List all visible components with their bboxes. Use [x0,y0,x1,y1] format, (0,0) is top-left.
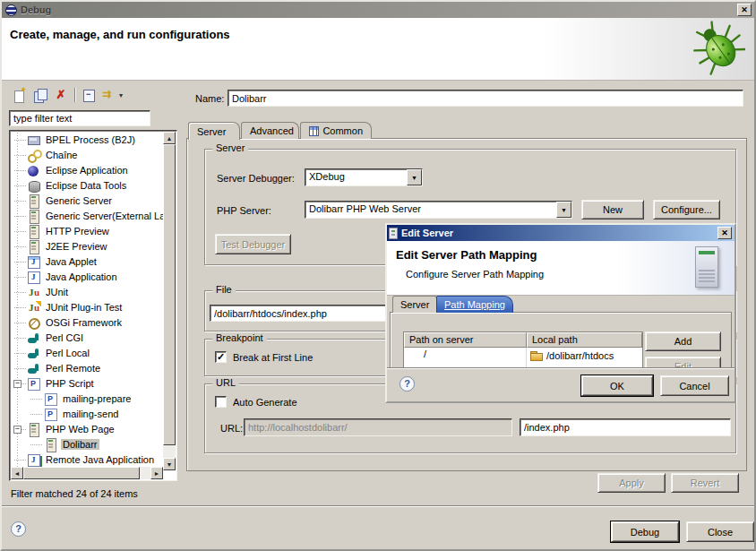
tree-item-perl-local[interactable]: Perl Local [11,346,163,361]
window-titlebar[interactable]: Debug [2,2,754,18]
configure-server-button[interactable]: Configure... [653,200,720,220]
filter-menu-caret-icon[interactable]: ▾ [119,91,123,99]
tree-item-java-application[interactable]: Java Application [11,270,163,285]
tree-item-junit[interactable]: JUnit [11,285,163,300]
tab-server-label: Server [197,126,226,137]
tree-item-mailing-prepare[interactable]: mailing-prepare [11,392,163,407]
php-server-combo[interactable]: Dolibarr PHP Web Server ▼ [305,201,572,219]
scroll-right-icon[interactable]: ► [150,467,163,479]
server-icon [27,240,41,254]
tree-item-j2ee-preview[interactable]: J2EE Preview [11,239,163,254]
tree-item-label: Dolibarr [61,439,99,450]
tree-item-perl-cgi[interactable]: Perl CGI [11,331,163,346]
tree-item-eclipse-application[interactable]: Eclipse Application [11,163,163,178]
table-icon [309,126,319,136]
chevron-down-icon[interactable]: ▼ [407,169,422,185]
break-first-line-checkbox[interactable]: ✓ [215,351,227,363]
dialog-help-icon[interactable]: ? [399,376,415,392]
tree-vertical-scrollbar[interactable]: ▲ ▼ [163,132,176,470]
folder-icon [530,351,543,360]
collapse-expander-icon[interactable]: − [13,426,21,434]
scroll-left-icon[interactable]: ◄ [11,467,23,479]
tree-item-http-preview[interactable]: HTTP Preview [11,224,163,239]
name-input[interactable] [228,90,743,107]
server-icon [27,423,41,436]
delete-configuration-icon[interactable]: ✗ [54,88,68,102]
tree-item-generic-server-external-la[interactable]: Generic Server(External La [11,209,163,224]
url-group-title: URL [212,377,239,388]
tree-item-label: mailing-prepare [61,393,133,404]
java-icon [27,271,41,284]
server-debugger-combo[interactable]: XDebug ▼ [305,168,423,186]
column-path-on-server[interactable]: Path on server [404,332,527,348]
tree-item-remote-java-application[interactable]: Remote Java Application [11,452,163,468]
auto-generate-checkbox[interactable] [215,396,227,408]
dialog-tab-path-mapping[interactable]: Path Mapping [436,296,513,313]
test-debugger-button[interactable]: Test Debugger [215,234,291,254]
apply-button[interactable]: Apply [597,473,666,493]
camel-icon [27,347,41,360]
column-local-path[interactable]: Local path [527,332,642,348]
chevron-down-icon[interactable]: ▼ [556,202,571,218]
collapse-expander-icon[interactable]: − [13,380,21,388]
edit-server-close-button[interactable]: ✕ [717,227,732,239]
edit-server-titlebar[interactable]: Edit Server [387,225,735,241]
dialog-tab-server[interactable]: Server [392,296,437,313]
filter-input[interactable] [9,110,150,126]
revert-button[interactable]: Revert [671,473,739,493]
tree-item-label: HTTP Preview [44,226,111,237]
config-tree: BPEL Process (B2J)ChaîneEclipse Applicat… [11,133,163,469]
tree-item-label: PHP Web Page [44,424,116,435]
new-server-button[interactable]: New [581,200,644,220]
server-icon [44,438,58,452]
mapping-row[interactable]: //dolibarr/htdocs [404,348,642,363]
tree-item-cha-ne[interactable]: Chaîne [11,148,163,163]
bug-icon [690,20,745,75]
tree-item-perl-remote[interactable]: Perl Remote [11,361,163,376]
tab-common[interactable]: Common [300,122,372,139]
debug-configurations-window: Debug ✕ Create, manage, and run configur… [0,0,756,551]
window-title: Debug [21,4,51,15]
add-mapping-button[interactable]: Add [645,331,721,351]
tree-item-php-script[interactable]: −PHP Script [11,376,163,392]
tab-server[interactable]: Server [188,122,240,140]
tree-item-php-web-page[interactable]: −PHP Web Page [11,422,163,437]
tree-item-java-applet[interactable]: Java Applet [11,254,163,270]
tree-item-eclipse-data-tools[interactable]: Eclipse Data Tools [11,178,163,194]
scroll-up-icon[interactable]: ▲ [163,132,176,144]
auto-generate-label: Auto Generate [233,397,297,408]
horizontal-scroll-thumb[interactable] [23,467,140,479]
tree-item-osgi-framework[interactable]: OSGi Framework [11,315,163,331]
help-icon[interactable]: ? [11,521,26,537]
debug-button[interactable]: Debug [611,521,679,542]
collapse-all-icon[interactable] [82,88,96,102]
toolbar-separator [74,88,75,102]
tree-item-dolibarr[interactable]: Dolibarr [11,437,163,452]
filter-configurations-icon[interactable]: ⇉ [102,88,116,102]
window-close-button[interactable]: ✕ [737,4,752,16]
ok-button[interactable]: OK [581,375,653,396]
new-configuration-icon[interactable] [13,88,27,102]
tree-item-junit-plug-in-test[interactable]: JUnit Plug-in Test [11,300,163,315]
tree-item-bpel-process-b2j[interactable]: BPEL Process (B2J) [11,133,163,148]
close-button[interactable]: Close [686,521,754,542]
tree-item-generic-server[interactable]: Generic Server [11,194,163,209]
duplicate-configuration-icon[interactable] [33,88,47,102]
chain-icon [27,149,41,162]
server-tower-image [695,246,718,288]
tree-item-mailing-send[interactable]: mailing-send [11,407,163,422]
php-icon [44,408,58,421]
php-icon [27,377,41,391]
applet-icon [27,255,41,269]
cancel-button[interactable]: Cancel [660,375,729,396]
tab-advanced[interactable]: Advanced [241,122,299,139]
edit-server-button-bar: ? OK Cancel [387,367,735,401]
vertical-scroll-thumb[interactable] [163,144,176,445]
scroll-down-icon[interactable]: ▼ [163,458,176,470]
php-server-label: PHP Server: [217,205,271,216]
camel-icon [27,362,41,375]
tree-horizontal-scrollbar[interactable]: ◄ ► [11,467,163,479]
configurations-tree-panel: BPEL Process (B2J)ChaîneEclipse Applicat… [9,130,177,481]
db-icon [27,179,41,193]
url-path-input[interactable] [520,418,731,436]
